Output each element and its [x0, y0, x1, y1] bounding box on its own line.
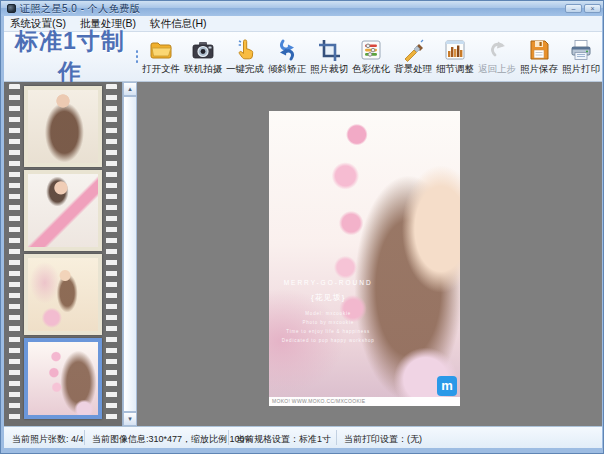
camera-icon: [191, 38, 215, 62]
status-photo-count: 当前照片张数: 4/4: [12, 433, 84, 446]
thumbnail-image-1: [28, 90, 98, 163]
filmstrip: [4, 82, 122, 426]
thumbnail-image-4: [28, 342, 98, 415]
thumbnail-image-3: [28, 258, 98, 331]
toolbar: 打开文件 联机拍摄 一键完成 倾斜矫正: [140, 38, 602, 76]
app-icon: [7, 4, 16, 13]
menu-software-info[interactable]: 软件信息(H): [150, 17, 207, 31]
one-click-hand-icon: [233, 38, 257, 62]
statusbar: 当前照片张数: 4/4 当前图像信息:310*477，缩放比例 100% 当前规…: [4, 426, 602, 448]
undo-icon: [485, 38, 509, 62]
scrollbar-track[interactable]: [123, 96, 137, 412]
scrollbar-thumb[interactable]: [123, 96, 137, 412]
tool-label: 一键完成: [226, 63, 264, 76]
tool-save-photo[interactable]: 照片保存: [518, 38, 560, 76]
save-icon: [527, 38, 551, 62]
filmstrip-scrollbar[interactable]: ▴ ▾: [122, 82, 137, 426]
tool-label: 联机拍摄: [184, 63, 222, 76]
status-spec-setting: 当前规格设置：标准1寸: [236, 433, 331, 446]
photo-caption-lines: Model: mxcookie Photo by mxcookie Time t…: [269, 309, 387, 345]
tool-label: 色彩优化: [352, 63, 390, 76]
scroll-down-button[interactable]: ▾: [123, 412, 137, 426]
thumbnail-photo-4-selected[interactable]: [24, 338, 102, 419]
tool-camera-capture[interactable]: 联机拍摄: [182, 38, 224, 76]
minimize-button[interactable]: –: [565, 4, 582, 13]
color-sliders-icon: [359, 38, 383, 62]
tool-photo-crop[interactable]: 照片裁切: [308, 38, 350, 76]
content-area: ▴ ▾ MERRY-GO-ROUND {花见坂} Model: mxcookie…: [4, 82, 602, 426]
tool-label: 倾斜矫正: [268, 63, 306, 76]
tool-background-process[interactable]: 背景处理: [392, 38, 434, 76]
status-print-setting: 当前打印设置：(无): [344, 433, 422, 446]
window-title: 证照之星5.0 - 个人免费版: [20, 2, 140, 16]
tool-tilt-correct[interactable]: 倾斜矫正: [266, 38, 308, 76]
tool-color-optimize[interactable]: 色彩优化: [350, 38, 392, 76]
background-brush-icon: [401, 38, 425, 62]
tool-open-file[interactable]: 打开文件: [140, 38, 182, 76]
tool-one-click-finish[interactable]: 一键完成: [224, 38, 266, 76]
thumbnail-photo-3[interactable]: [24, 254, 102, 335]
moko-logo: m: [437, 376, 457, 396]
photo-overlay-subtitle: {花见坂}: [269, 292, 387, 303]
tool-label: 返回上步: [478, 63, 516, 76]
scroll-up-button[interactable]: ▴: [123, 82, 137, 96]
tool-print-photo[interactable]: 照片打印: [560, 38, 602, 76]
open-folder-icon: [149, 38, 173, 62]
print-icon: [569, 38, 593, 62]
preview-photo: MERRY-GO-ROUND {花见坂} Model: mxcookie Pho…: [269, 111, 460, 406]
tilt-correct-icon: [275, 38, 299, 62]
status-separator: [228, 430, 229, 445]
tool-label: 打开文件: [142, 63, 180, 76]
tool-detail-adjust[interactable]: 细节调整: [434, 38, 476, 76]
tool-label: 照片保存: [520, 63, 558, 76]
histogram-icon: [443, 38, 467, 62]
status-separator: [336, 430, 337, 445]
crop-icon: [317, 38, 341, 62]
filmstrip-holes-right: [106, 84, 117, 424]
header-band: 标准1寸制作 打开文件 联机拍摄 一键完成: [4, 32, 602, 82]
status-separator: [84, 430, 85, 445]
tool-label: 照片裁切: [310, 63, 348, 76]
toolbar-grip[interactable]: [136, 50, 138, 63]
photo-overlay-title: MERRY-GO-ROUND: [269, 279, 387, 286]
app-window: 证照之星5.0 - 个人免费版 – × 系统设置(S) 批量处理(B) 软件信息…: [0, 0, 604, 454]
thumbnail-image-2: [28, 174, 98, 247]
tool-label: 背景处理: [394, 63, 432, 76]
filmstrip-holes-left: [9, 84, 20, 424]
titlebar[interactable]: 证照之星5.0 - 个人免费版 – ×: [1, 1, 604, 16]
tool-undo-step: 返回上步: [476, 38, 518, 76]
photo-watermark: MOKO! WWW.MOKO.CC/MXCOOKIE: [269, 397, 460, 406]
tool-label: 细节调整: [436, 63, 474, 76]
thumbnail-photo-1[interactable]: [24, 86, 102, 167]
close-button[interactable]: ×: [584, 4, 601, 13]
tool-label: 照片打印: [562, 63, 600, 76]
preview-canvas: MERRY-GO-ROUND {花见坂} Model: mxcookie Pho…: [137, 82, 602, 426]
thumbnail-photo-2[interactable]: [24, 170, 102, 251]
page-title: 标准1寸制作: [4, 26, 136, 88]
